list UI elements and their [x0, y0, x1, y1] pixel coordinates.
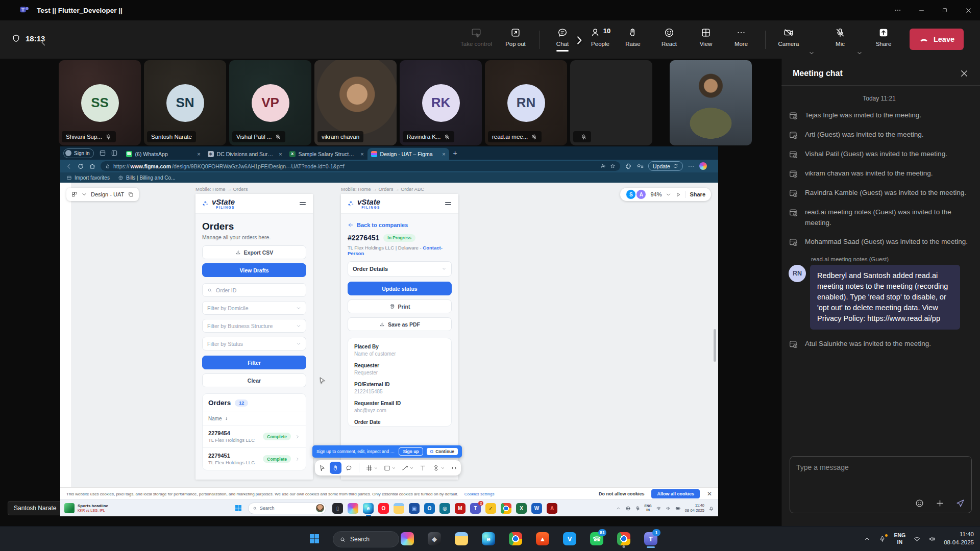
tab-close-icon[interactable]: ×	[440, 151, 445, 157]
start-button[interactable]	[233, 503, 244, 514]
canvas-scrollbar[interactable]	[714, 329, 716, 362]
message-bubble[interactable]: Redberyl and Santosh added read.ai meeti…	[810, 265, 960, 330]
tab-close-icon[interactable]: ×	[195, 151, 200, 157]
frame-breadcrumb[interactable]: Mobile: Home → Orders → Order ABC	[341, 186, 424, 192]
present-play-icon[interactable]	[675, 192, 681, 197]
clock[interactable]: 11:4008-04-2025	[944, 531, 974, 546]
battery-icon[interactable]	[675, 506, 681, 511]
filter-select[interactable]: Filter by Business Structure	[202, 319, 306, 333]
clear-button[interactable]: Clear	[202, 373, 306, 387]
favorite-star-icon[interactable]	[610, 163, 616, 169]
design-frame-order-detail[interactable]: vStateFILINGS Back to companies #2276451…	[341, 194, 458, 480]
taskbar-app-icon[interactable]: M	[455, 503, 465, 514]
taskbar-app-icon[interactable]	[394, 503, 404, 514]
filter-select[interactable]: Filter by Status	[202, 337, 306, 350]
chevron-down-icon[interactable]	[666, 192, 671, 197]
taskbar-app-icon[interactable]: T 2	[470, 503, 481, 514]
participant-tile[interactable]: SS Shivani Sup...	[59, 60, 141, 145]
raise-hand-button[interactable]: Raise	[617, 27, 649, 47]
taskbar-app-button[interactable]: ☎ 81	[586, 529, 607, 549]
taskbar-app-icon[interactable]	[348, 503, 358, 514]
wifi-icon[interactable]	[656, 506, 662, 511]
taskbar-search[interactable]: Search	[333, 531, 399, 547]
clock[interactable]: 11:4008-04-2025	[685, 503, 704, 513]
camera-button[interactable]: Camera	[774, 27, 803, 47]
column-header-name[interactable]: Name	[203, 412, 306, 425]
browser-menu-icon[interactable]	[688, 163, 695, 170]
participant-tile[interactable]: SN Santosh Narate	[144, 60, 226, 145]
camera-options-chevron[interactable]	[808, 50, 815, 56]
browser-tab[interactable]: ☎ (6) WhatsApp ×	[122, 148, 204, 160]
allow-cookies-button[interactable]: Allow all cookies	[651, 489, 700, 498]
attach-more-button[interactable]	[935, 498, 945, 508]
people-button[interactable]: 10 People	[582, 27, 619, 47]
order-details-select[interactable]: Order Details	[348, 261, 452, 277]
deny-cookies-button[interactable]: Do not allow cookies	[599, 491, 645, 496]
taskbar-app-icon[interactable]: ✓	[485, 503, 496, 514]
taskbar-app-icon[interactable]: O	[424, 503, 435, 514]
participants-scroll-right-button[interactable]	[573, 34, 586, 47]
mic-options-chevron[interactable]	[856, 50, 863, 56]
chat-compose-box[interactable]: Type a message	[790, 456, 972, 513]
taskbar-app-icon[interactable]: O	[378, 503, 389, 514]
save-as-pdf-button[interactable]: Save as PDF	[348, 317, 452, 331]
taskbar-app-button[interactable]: V	[559, 529, 580, 549]
hamburger-menu-icon[interactable]	[444, 199, 452, 208]
browser-update-button[interactable]: Update	[648, 161, 683, 171]
close-chat-button[interactable]	[960, 69, 969, 78]
vertical-tabs-icon[interactable]	[111, 149, 118, 157]
favorites-bookmark-bills[interactable]: Bills | Billing and Co...	[118, 175, 176, 181]
order-id-search-input[interactable]: Order ID	[202, 283, 306, 297]
filter-button[interactable]: Filter	[202, 356, 306, 369]
cookie-close-icon[interactable]: ✕	[707, 490, 712, 497]
copy-frame-icon[interactable]	[128, 191, 134, 197]
figma-tool-button[interactable]	[448, 462, 460, 474]
titlebar-more-button[interactable]	[886, 0, 910, 20]
taskbar-app-icon[interactable]: ▯	[332, 503, 343, 514]
figma-tool-button[interactable]	[430, 462, 447, 474]
take-control-button[interactable]: Take control	[460, 27, 493, 47]
participant-tile[interactable]	[670, 60, 752, 145]
figma-tool-button[interactable]	[381, 462, 398, 474]
taskbar-app-icon[interactable]: X	[516, 503, 527, 514]
minimize-button[interactable]	[910, 0, 933, 20]
taskbar-app-button[interactable]: ▲	[532, 529, 553, 549]
back-to-companies-link[interactable]: Back to companies	[348, 222, 452, 228]
participant-tile[interactable]: vikram chavan	[314, 60, 397, 145]
figma-tool-button[interactable]	[399, 462, 415, 474]
design-frame-orders[interactable]: vStateFILINGS Orders Manage all your ord…	[195, 194, 313, 480]
close-button[interactable]	[957, 0, 980, 20]
filter-select[interactable]: Filter by Domicile	[202, 301, 306, 315]
order-row[interactable]: 2279454 TL Flex Holdings LLC Complete	[203, 425, 306, 447]
language-indicator[interactable]: ENGIN	[894, 532, 905, 545]
order-row[interactable]: 2279451 TL Flex Holdings LLC Complete	[203, 447, 306, 470]
tray-chevron-up-icon[interactable]	[616, 506, 621, 511]
participant-tile[interactable]: RK Ravindra K...	[400, 60, 482, 145]
copilot-icon[interactable]	[699, 162, 707, 170]
taskbar-app-button[interactable]	[505, 529, 526, 549]
tab-close-icon[interactable]: ×	[277, 151, 282, 157]
widgets-button[interactable]: Sports headline KKR vs LSG, IPL	[60, 503, 147, 513]
taskbar-app-icon[interactable]: W	[531, 503, 542, 514]
tab-close-icon[interactable]: ×	[358, 151, 363, 157]
react-button[interactable]: React	[653, 27, 685, 47]
taskbar-app-icon[interactable]: ◎	[439, 503, 450, 514]
figma-tool-button[interactable]	[316, 462, 328, 474]
figma-tool-button[interactable]	[343, 462, 355, 474]
taskbar-app-button[interactable]	[614, 529, 634, 549]
pop-out-button[interactable]: Pop out	[499, 27, 532, 47]
language-indicator[interactable]: ENGIN	[645, 504, 652, 513]
taskbar-app-button[interactable]: T 1	[641, 529, 661, 549]
network-globe-icon[interactable]	[625, 506, 631, 511]
favorites-bar-icon[interactable]	[636, 163, 644, 170]
print-button[interactable]: Print	[348, 299, 452, 313]
participant-tile[interactable]	[570, 60, 652, 145]
volume-icon[interactable]	[928, 535, 936, 543]
collaborator-avatar[interactable]: S	[626, 189, 636, 199]
participants-scroll-left-button[interactable]	[38, 37, 49, 48]
zoom-level[interactable]: 94%	[650, 191, 662, 197]
figma-tool-button[interactable]	[417, 462, 429, 474]
more-button[interactable]: More	[725, 27, 757, 47]
view-drafts-button[interactable]: View Drafts	[202, 263, 306, 277]
share-button[interactable]: Share	[869, 27, 898, 47]
